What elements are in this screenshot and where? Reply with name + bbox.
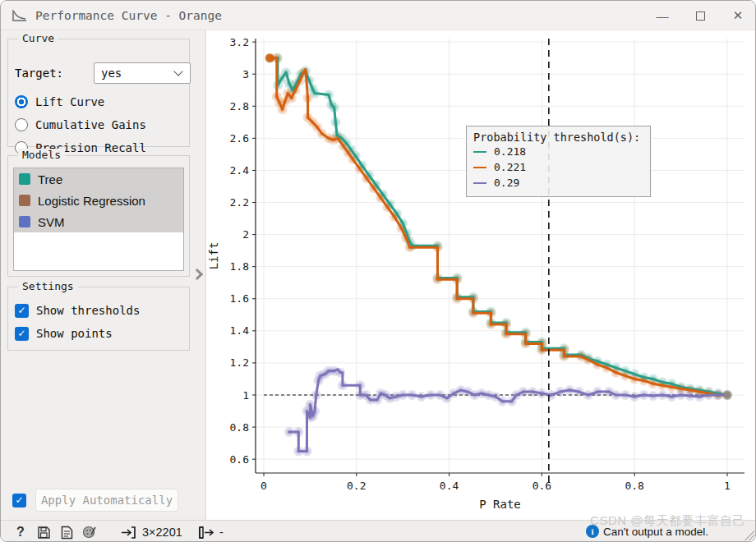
svg-text:P Rate: P Rate [479,498,521,511]
radio-label: Lift Curve [35,95,104,108]
report-icon [61,526,73,540]
svg-text:0: 0 [260,480,267,492]
legend-entry: 0.221 [473,159,640,175]
svg-text:1.6: 1.6 [230,292,249,305]
target-value: yes [101,67,175,80]
model-label: SVM [38,215,65,229]
legend-entry: 0.29 [473,175,640,191]
svg-text:1.8: 1.8 [230,260,249,273]
output-icon [198,524,214,540]
checkbox-label: Show points [36,327,113,340]
app-window: Performance Curve - Orange — ✕ Curve Tar… [0,0,756,542]
legend-threshold-value: 0.218 [494,145,526,158]
settings-checkbox-row[interactable]: ✓Show points [15,322,187,345]
lift-curve-plot[interactable]: 0.60.811.21.41.61.822.22.42.62.833.200.2… [206,30,756,520]
status-message: Can't output a model. [603,526,708,538]
maximize-icon [696,11,705,21]
control-panel: Curve Target: yes Lift CurveCumulative G… [1,30,206,520]
palette-icon [82,525,97,540]
legend-line-swatch [473,182,486,184]
report-button[interactable] [58,524,75,540]
svg-text:2.8: 2.8 [230,100,249,113]
svg-text:0.8: 0.8 [625,480,643,492]
svg-text:2: 2 [242,228,249,241]
model-list-item[interactable]: Tree [14,168,183,190]
model-list-item[interactable]: SVM [14,211,183,232]
visual-settings-button[interactable] [81,524,98,540]
checkbox-label: Show thresholds [36,304,140,317]
svg-text:2.4: 2.4 [230,164,250,177]
settings-options: ✓Show thresholds✓Show points [15,299,187,345]
legend-title: Probability threshold(s): [473,131,640,144]
svg-text:0.8: 0.8 [230,421,249,434]
models-listbox[interactable]: TreeLogistic RegressionSVM [13,168,184,271]
model-label: Tree [38,172,62,186]
svg-text:0.6: 0.6 [230,453,249,466]
svg-text:1: 1 [724,480,731,492]
output-summary: - [219,526,224,539]
panel-collapse-handle[interactable] [188,262,206,287]
svg-text:Lift: Lift [207,242,220,270]
svg-text:1.2: 1.2 [230,356,249,369]
curve-groupbox: Curve Target: yes Lift CurveCumulative G… [7,39,190,147]
svg-text:2.2: 2.2 [230,196,249,209]
help-button[interactable]: ? [12,524,29,540]
settings-groupbox: Settings ✓Show thresholds✓Show points [7,287,190,351]
svg-text:0.4: 0.4 [440,480,459,492]
curve-type-option[interactable]: Cumulative Gains [15,113,187,136]
svg-text:1: 1 [242,389,249,402]
status-bar: ? [1,520,756,542]
radio-icon [15,118,28,131]
legend-rows: 0.2180.2210.29 [473,144,640,191]
minimize-button[interactable]: — [643,1,681,30]
svg-text:3: 3 [242,68,249,80]
curve-group-title: Curve [18,32,58,44]
chevron-down-icon [173,67,182,76]
performance-curve-icon [11,7,29,24]
apply-automatically-checkbox[interactable]: ✓ [12,494,26,508]
radio-icon [15,95,28,108]
title-bar: Performance Curve - Orange — ✕ [1,1,756,30]
models-groupbox: Models TreeLogistic RegressionSVM [7,155,190,277]
input-summary: 3×2201 [142,526,182,539]
curve-type-option[interactable]: Lift Curve [15,90,187,113]
settings-checkbox-row[interactable]: ✓Show thresholds [15,299,187,322]
save-button[interactable] [35,524,52,540]
legend-threshold-value: 0.29 [494,177,519,189]
checkbox-icon: ✓ [15,327,29,341]
threshold-legend: Probability threshold(s): 0.2180.2210.29 [466,126,651,197]
legend-entry: 0.218 [473,144,640,159]
legend-threshold-value: 0.221 [494,161,526,173]
svg-text:1.4: 1.4 [230,324,250,337]
legend-line-swatch [473,151,486,153]
info-icon: i [586,525,599,538]
model-label: Logistic Regression [38,194,145,208]
input-icon [121,524,137,540]
model-color-swatch [19,195,30,206]
maximize-button[interactable] [681,1,719,30]
apply-automatically-button[interactable]: Apply Automatically [35,489,178,512]
svg-text:3.2: 3.2 [230,36,249,48]
settings-group-title: Settings [18,280,78,292]
chart-area[interactable]: 0.60.811.21.41.61.822.22.42.62.833.200.2… [206,30,756,520]
legend-line-swatch [473,167,486,168]
model-color-swatch [19,216,30,227]
checkbox-icon: ✓ [15,304,29,318]
model-color-swatch [19,173,30,185]
chevron-right-icon [191,269,203,280]
svg-text:0.6: 0.6 [532,480,551,492]
svg-text:2.6: 2.6 [230,132,249,145]
svg-text:0.2: 0.2 [347,480,366,492]
save-icon [37,526,51,540]
target-label: Target: [15,67,63,80]
close-button[interactable]: ✕ [719,1,756,30]
model-list-item[interactable]: Logistic Regression [14,190,183,211]
window-title: Performance Curve - Orange [35,9,222,22]
resize-grip[interactable] [744,531,754,540]
models-group-title: Models [18,149,65,161]
target-combobox[interactable]: yes [94,62,191,84]
radio-label: Cumulative Gains [35,118,146,131]
